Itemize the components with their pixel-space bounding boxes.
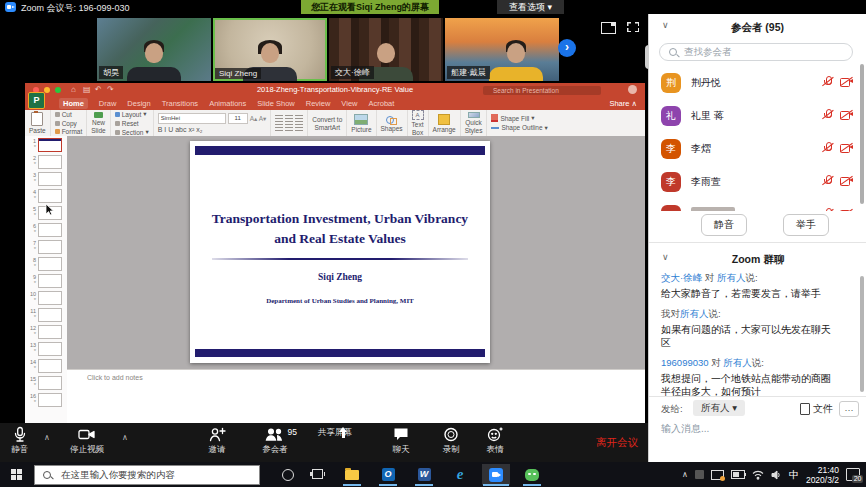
ppt-tab-view[interactable]: View — [341, 99, 357, 108]
format-painter-button[interactable]: Format — [55, 128, 83, 135]
mute-me-button[interactable]: 静音 — [701, 214, 747, 236]
align-right-icon[interactable] — [295, 124, 303, 131]
slide-thumbnail-row[interactable]: 2* — [25, 153, 67, 170]
slide-thumbnail-row[interactable]: 7* — [25, 238, 67, 255]
title-slide[interactable]: Transportation Investment, Urban Vibranc… — [190, 141, 490, 363]
quick-styles-button[interactable]: Quick Styles — [461, 110, 488, 136]
participant-row[interactable]: 李李雨萱 — [649, 165, 866, 198]
slide-thumbnail[interactable] — [38, 291, 62, 305]
share-screen-button[interactable]: 共享屏幕 — [303, 426, 367, 439]
invite-button[interactable]: 邀请 — [185, 426, 249, 456]
section-button[interactable]: Section ▾ — [115, 128, 149, 136]
align-center-icon[interactable] — [285, 124, 293, 131]
copy-button[interactable]: Copy — [55, 120, 83, 127]
slide-thumbnail-row[interactable]: 12* — [25, 323, 67, 340]
wifi-icon[interactable] — [752, 470, 764, 480]
slide-thumbnail-row[interactable]: 15* — [25, 374, 67, 391]
stop-video-button[interactable]: 停止视频 — [55, 426, 119, 456]
ppt-tab-draw[interactable]: Draw — [99, 99, 117, 108]
slide-thumbnail[interactable] — [38, 274, 62, 288]
file-explorer-taskbar-icon[interactable] — [338, 464, 366, 485]
new-slide-button[interactable]: New Slide — [87, 110, 110, 136]
battery-icon[interactable] — [731, 470, 745, 479]
feedback-icon[interactable] — [628, 85, 637, 94]
shape-outline-button[interactable]: Shape Outline ▾ — [491, 124, 547, 132]
paste-button[interactable]: Paste — [25, 110, 51, 136]
ppt-tab-review[interactable]: Review — [306, 99, 331, 108]
participants-scrollbar[interactable] — [860, 64, 864, 204]
wechat-taskbar-icon[interactable] — [518, 464, 546, 485]
chat-more-button[interactable]: … — [839, 401, 859, 417]
ppt-tab-home[interactable]: Home — [59, 98, 88, 109]
slide-thumbnail[interactable] — [38, 325, 62, 339]
video-thumbnail[interactable]: 胡昊 — [97, 18, 211, 81]
edge-taskbar-icon[interactable]: e — [446, 464, 474, 485]
numbering-icon[interactable] — [285, 115, 293, 122]
send-to-dropdown[interactable]: 所有人 ▾ — [693, 400, 745, 416]
picture-button[interactable]: Picture — [347, 110, 376, 136]
slide-thumbnail[interactable] — [38, 172, 62, 186]
slide-thumbnail-row[interactable]: 9* — [25, 272, 67, 289]
video-thumbnail-active-speaker[interactable]: Siqi Zheng — [213, 18, 327, 81]
font-size-select[interactable]: 11 — [228, 113, 248, 124]
slide-thumbnail[interactable] — [38, 257, 62, 271]
video-options-chevron[interactable]: ∧ — [122, 433, 128, 442]
slide-thumbnail[interactable] — [38, 138, 62, 152]
bullets-icon[interactable] — [275, 115, 283, 122]
ppt-share-button[interactable]: Share ∧ — [609, 99, 637, 108]
text-box-button[interactable]: A Text Box — [408, 110, 429, 136]
slide-thumbnail[interactable] — [38, 223, 62, 237]
speaker-view-icon[interactable] — [601, 22, 616, 34]
chat-message-list[interactable]: 交大·徐峰 对 所有人说:给大家静音了，若需要发言，请举手我对所有人说:如果有问… — [661, 272, 853, 406]
participant-row[interactable]: 礼礼里 蒋 — [649, 99, 866, 132]
indent-icon[interactable] — [295, 115, 303, 122]
cut-button[interactable]: Cut — [55, 111, 83, 118]
ppt-tab-animations[interactable]: Animations — [209, 99, 246, 108]
slide-thumbnail-row[interactable]: 11* — [25, 306, 67, 323]
reset-button[interactable]: Reset — [115, 120, 149, 127]
cortana-button[interactable] — [282, 469, 294, 481]
send-file-button[interactable]: 文件 — [800, 402, 833, 416]
display-notification-icon[interactable] — [711, 470, 724, 480]
zoom-taskbar-icon[interactable] — [482, 464, 510, 485]
ppt-tab-transitions[interactable]: Transitions — [162, 99, 198, 108]
arrange-button[interactable]: Arrange — [429, 110, 461, 136]
slide-thumbnail-row[interactable]: 10* — [25, 289, 67, 306]
slide-thumbnail[interactable] — [38, 359, 62, 373]
ppt-tab-slide-show[interactable]: Slide Show — [257, 99, 295, 108]
font-format-buttons[interactable]: B I U abc x² x₂ — [158, 126, 267, 133]
ppt-search-input[interactable]: Search in Presentation — [483, 86, 601, 95]
ppt-tab-design[interactable]: Design — [127, 99, 150, 108]
video-thumbnail[interactable]: 交大·徐峰 — [329, 18, 443, 81]
participant-row-partial[interactable] — [649, 198, 866, 211]
usb-tray-icon[interactable] — [695, 470, 704, 479]
font-name-select[interactable]: SimHei — [158, 113, 226, 124]
slide-thumbnail-row[interactable]: 14* — [25, 357, 67, 374]
slide-thumbnail[interactable] — [38, 308, 62, 322]
slide-thumbnail[interactable] — [38, 342, 62, 356]
video-thumbnail[interactable]: 船建·戴晨 — [445, 18, 559, 81]
layout-button[interactable]: Layout ▾ — [115, 110, 149, 118]
action-center-icon[interactable]: 20 — [846, 468, 860, 481]
slide-thumbnail-row[interactable]: 13* — [25, 340, 67, 357]
slide-thumbnail-row[interactable]: 1* — [25, 136, 67, 153]
word-taskbar-icon[interactable]: W — [410, 464, 438, 485]
reactions-button[interactable]: 表情 — [463, 426, 527, 456]
ppt-tab-acrobat[interactable]: Acrobat — [368, 99, 394, 108]
slide-thumbnail[interactable] — [38, 155, 62, 169]
mute-options-chevron[interactable]: ∧ — [44, 433, 50, 442]
align-left-icon[interactable] — [275, 124, 283, 131]
chat-message-input[interactable]: 输入消息... — [661, 422, 709, 436]
convert-smartart-button[interactable]: Convert to SmartArt — [308, 110, 347, 136]
participant-search-input[interactable]: 查找参会者 — [659, 43, 853, 61]
slide-thumbnail[interactable] — [38, 189, 62, 203]
chat-scrollbar[interactable] — [860, 276, 864, 392]
slide-thumbnail[interactable] — [38, 376, 62, 390]
slide-thumbnail-row[interactable]: 16* — [25, 391, 67, 408]
slide-thumbnail[interactable] — [38, 240, 62, 254]
start-button[interactable] — [11, 469, 22, 480]
hidden-icons-chevron[interactable]: ∧ — [682, 470, 688, 479]
taskbar-search-input[interactable]: 在这里输入你要搜索的内容 — [34, 465, 260, 485]
slide-thumbnail-row[interactable]: 8* — [25, 255, 67, 272]
outlook-taskbar-icon[interactable]: O — [374, 464, 402, 485]
